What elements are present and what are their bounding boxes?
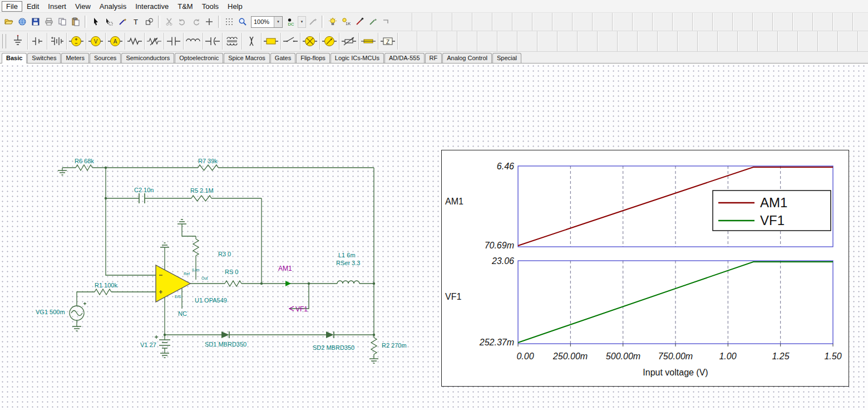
tab-basic[interactable]: Basic (2, 53, 27, 64)
shape-tool-button[interactable] (142, 15, 156, 28)
component-switch-button[interactable] (281, 33, 300, 50)
menu-tm[interactable]: T&M (173, 1, 197, 12)
schematic-editor[interactable]: R6 68k R7 39k C2 10n R5 2.1M R3 0 RS 0 R… (0, 64, 868, 410)
component-coupled-inductors-button[interactable] (242, 33, 262, 50)
label-vf1[interactable]: VF1 (295, 305, 308, 313)
ammeter-arrow-am1[interactable] (285, 281, 291, 286)
menu-insert[interactable]: Insert (43, 1, 71, 12)
diode-sd1[interactable] (221, 331, 229, 338)
label-r5[interactable]: R5 2.1M (190, 187, 214, 194)
component-ground-button[interactable] (8, 33, 28, 50)
component-ammeter-button[interactable]: A (106, 33, 125, 50)
capacitor-c2[interactable] (139, 193, 145, 203)
component-battery-button[interactable] (47, 33, 67, 50)
menu-tools[interactable]: Tools (198, 1, 223, 12)
label-u1[interactable]: U1 OPA549 (195, 297, 227, 304)
copy-button[interactable] (56, 15, 69, 28)
inductor-l1[interactable] (337, 281, 359, 284)
diode-sd2[interactable] (326, 331, 334, 338)
menu-file[interactable]: File (2, 1, 22, 12)
tab-analog-control[interactable]: Analog Control (442, 53, 492, 63)
undo-button[interactable] (176, 15, 189, 28)
tab-semiconductors[interactable]: Semiconductors (121, 53, 174, 63)
toolbar-grip-handle[interactable] (2, 34, 6, 48)
component-lamp-button[interactable] (300, 33, 320, 50)
component-capacitor-button[interactable] (164, 33, 184, 50)
component-impedance-button[interactable]: Z (378, 33, 398, 50)
paste-button[interactable] (69, 15, 82, 28)
tab-special[interactable]: Special (492, 53, 521, 63)
label-r3[interactable]: R3 0 (218, 251, 231, 257)
component-transformer-button[interactable] (223, 33, 242, 50)
battery-v1[interactable] (155, 335, 170, 348)
label-rs[interactable]: RS 0 (225, 269, 238, 275)
tab-spice-macros[interactable]: Spice Macros (224, 53, 270, 63)
label-am1[interactable]: AM1 (278, 265, 292, 272)
label-l1-value[interactable]: L1 6m (338, 252, 356, 258)
grid-toggle-button[interactable] (223, 15, 236, 28)
label-nc[interactable]: NC (178, 310, 187, 317)
power-probe-button[interactable] (366, 15, 379, 28)
menu-help[interactable]: Help (223, 1, 247, 12)
legend-box[interactable]: AM1 VF1 (713, 191, 831, 231)
label-c2[interactable]: C2 10n (134, 187, 154, 193)
open-web-button[interactable] (16, 15, 29, 28)
tab-flip-flops[interactable]: Flip-flops (296, 53, 330, 63)
component-relay-button[interactable] (262, 33, 281, 50)
print-button[interactable] (42, 15, 56, 28)
menu-edit[interactable]: Edit (22, 1, 43, 12)
redo-button[interactable] (189, 15, 203, 28)
label-r7[interactable]: R7 39k (198, 158, 218, 164)
wire-cross-button[interactable] (203, 15, 216, 28)
tab-gates[interactable]: Gates (270, 53, 295, 63)
open-file-button[interactable] (2, 15, 16, 28)
component-trimmer-button[interactable] (339, 33, 359, 50)
line-tool-button[interactable] (116, 15, 129, 28)
current-arrow-button[interactable] (353, 15, 366, 28)
select-move-tool-button[interactable] (102, 15, 116, 28)
component-electrolytic-capacitor-button[interactable] (203, 33, 223, 50)
tab-logic-ics-mcus[interactable]: Logic ICs-MCUs (331, 53, 384, 63)
probe-hook-button[interactable] (379, 15, 393, 28)
menu-analysis[interactable]: Analysis (95, 1, 131, 12)
cursor-tool-button[interactable] (89, 15, 102, 28)
component-voltmeter-button[interactable]: V (86, 33, 106, 50)
tab-rf[interactable]: RF (425, 53, 442, 63)
component-battery-cell-button[interactable] (28, 33, 47, 50)
dc-analysis-button[interactable]: DC (284, 15, 298, 28)
label-sd2[interactable]: SD2 MBRD350 (313, 344, 354, 351)
label-v1[interactable]: V1 27 (140, 341, 156, 348)
text-tool-button[interactable]: T (129, 15, 142, 28)
generator-vg1[interactable] (70, 302, 86, 321)
probe-pen-button[interactable] (306, 15, 319, 28)
component-controlled-source-button[interactable] (320, 33, 339, 50)
tab-sources[interactable]: Sources (90, 53, 121, 63)
wires[interactable] (62, 168, 374, 359)
menu-interactive[interactable]: Interactive (131, 1, 173, 12)
component-fuse-button[interactable] (359, 33, 378, 50)
resistors[interactable] (76, 165, 377, 354)
tab-ad-da-555[interactable]: AD/DA-555 (384, 53, 425, 63)
zoom-select[interactable]: 100% ▼ (251, 16, 283, 28)
dc-dropdown-arrow-icon[interactable]: ▼ (298, 16, 306, 28)
component-inductor-button[interactable] (184, 33, 203, 50)
zoom-dropdown-arrow-icon[interactable]: ▼ (274, 17, 282, 27)
cut-button[interactable] (162, 15, 176, 28)
label-sd1[interactable]: SD1 MBRD350 (205, 341, 246, 348)
component-voltage-source-button[interactable] (67, 33, 86, 50)
zoom-button[interactable] (236, 15, 249, 28)
label-r1[interactable]: R1 100k (95, 282, 117, 289)
circuit-schematic[interactable]: R6 68k R7 39k C2 10n R5 2.1M R3 0 RS 0 R… (0, 64, 434, 410)
save-button[interactable] (29, 15, 42, 28)
opamp-u1[interactable] (156, 265, 190, 302)
tab-optoelectronic[interactable]: Optoelectronic (175, 53, 223, 63)
voltage-indicator-button[interactable] (326, 15, 339, 28)
component-resistor-button[interactable] (125, 33, 145, 50)
label-r6[interactable]: R6 68k (75, 158, 94, 164)
component-potentiometer-button[interactable] (145, 33, 164, 50)
tab-meters[interactable]: Meters (61, 53, 89, 63)
menu-view[interactable]: View (71, 1, 95, 12)
label-l1-rser[interactable]: RSer 3.3 (336, 260, 360, 266)
label-vg1[interactable]: VG1 500m (36, 309, 65, 315)
tab-switches[interactable]: Switches (27, 53, 61, 63)
